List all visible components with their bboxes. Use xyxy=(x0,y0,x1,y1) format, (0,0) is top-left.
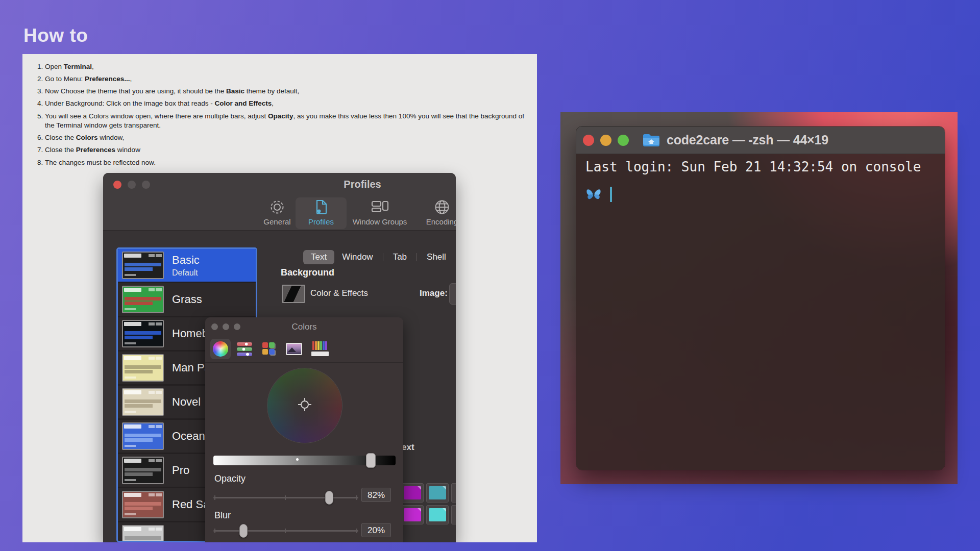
color-swatch[interactable] xyxy=(451,483,456,503)
image-well[interactable] xyxy=(449,283,456,305)
globe-icon xyxy=(416,197,456,217)
page-title: How to xyxy=(23,25,88,46)
opacity-knob[interactable] xyxy=(325,491,333,505)
close-button[interactable] xyxy=(211,323,218,330)
toolbar-label: General xyxy=(263,217,290,226)
theme-thumbnail xyxy=(122,422,164,450)
tab-tab[interactable]: Tab xyxy=(385,250,414,264)
theme-name: Grass xyxy=(172,293,202,306)
color-pencils-icon[interactable] xyxy=(311,341,329,357)
opacity-slider-track[interactable] xyxy=(213,497,358,498)
profile-tabs: Text Window Tab Shell xyxy=(303,249,454,265)
image-label: Image: xyxy=(420,288,448,298)
toolbar-label: Encoding xyxy=(426,217,456,226)
opacity-label: Opacity xyxy=(214,473,246,484)
theme-thumbnail xyxy=(122,388,164,416)
zoom-button[interactable] xyxy=(142,181,150,189)
step-item: Open Terminal, xyxy=(45,62,533,72)
step-item: Close the Preferences window xyxy=(45,145,533,155)
theme-row[interactable]: BasicDefault xyxy=(118,249,256,283)
color-wheel-icon[interactable] xyxy=(213,341,228,357)
color-sliders-icon[interactable] xyxy=(237,342,252,358)
theme-subtitle: Default xyxy=(172,268,200,278)
theme-thumbnail xyxy=(122,354,164,382)
tab-text[interactable]: Text xyxy=(303,250,334,264)
blur-value-field[interactable]: 20% xyxy=(361,523,391,537)
profile-document-icon xyxy=(296,197,347,217)
color-swatch[interactable] xyxy=(426,483,449,503)
divider xyxy=(205,362,403,363)
theme-thumbnail xyxy=(122,525,164,542)
window-groups-icon xyxy=(347,197,413,217)
terminal-cursor xyxy=(610,187,612,202)
step-item: Close the Colors window, xyxy=(45,133,533,143)
blur-slider-track[interactable] xyxy=(213,530,358,532)
terminal-body[interactable]: Last login: Sun Feb 21 14:32:54 on conso… xyxy=(576,154,945,470)
toolbar-item-profiles[interactable]: Profiles xyxy=(296,197,347,229)
zoom-button[interactable] xyxy=(618,135,629,146)
color-swatch[interactable] xyxy=(401,483,424,503)
slider-tick xyxy=(356,529,357,533)
zoom-button[interactable] xyxy=(234,323,240,330)
terminal-titlebar: code2care — -zsh — 44×19 xyxy=(576,127,945,154)
color-effects-label: Color & Effects xyxy=(310,288,368,298)
tab-divider xyxy=(383,253,383,261)
minimize-button[interactable] xyxy=(128,181,136,189)
tab-shell[interactable]: Shell xyxy=(419,250,454,264)
color-swatch[interactable] xyxy=(401,505,424,524)
tab-divider xyxy=(416,253,417,261)
steps-list: Open Terminal,Go to Menu: Preferences...… xyxy=(22,62,533,167)
profiles-titlebar: Profiles General Profiles xyxy=(103,173,456,231)
step-item: Under Background: Click on the image box… xyxy=(45,99,533,109)
gear-icon xyxy=(252,197,303,217)
theme-thumbnail xyxy=(122,320,164,347)
colors-window: Colors Opacity 82% Blur xyxy=(205,317,403,542)
toolbar-label: Profiles xyxy=(308,217,334,226)
slider-tick xyxy=(214,529,215,533)
theme-name: Novel xyxy=(172,395,201,409)
slider-tick xyxy=(285,495,286,500)
tutorial-panel: Open Terminal,Go to Menu: Preferences...… xyxy=(22,54,537,542)
minimize-button[interactable] xyxy=(223,323,229,330)
window-title: Colors xyxy=(291,322,316,332)
slider-tick xyxy=(214,495,215,500)
color-effects-well[interactable] xyxy=(282,285,305,303)
theme-name: Basic xyxy=(172,254,200,267)
butterfly-icon xyxy=(585,187,602,202)
background-heading: Background xyxy=(281,267,334,278)
crosshair-icon xyxy=(297,397,312,414)
tab-window[interactable]: Window xyxy=(334,250,380,264)
close-button[interactable] xyxy=(583,135,594,146)
window-title: Profiles xyxy=(344,179,381,190)
close-button[interactable] xyxy=(113,181,121,189)
toolbar-item-window-groups[interactable]: Window Groups xyxy=(347,197,413,229)
blur-label: Blur xyxy=(214,510,231,521)
step-item: The changes must be reflected now. xyxy=(45,158,533,168)
theme-thumbnail xyxy=(122,252,164,279)
slider-tick xyxy=(285,529,286,533)
toolbar-item-general[interactable]: General xyxy=(252,197,303,229)
theme-thumbnail xyxy=(122,457,164,484)
blur-knob[interactable] xyxy=(239,524,248,538)
slider-tick xyxy=(356,495,357,500)
toolbar-item-encoding[interactable]: Encoding xyxy=(416,197,456,229)
terminal-window: code2care — -zsh — 44×19 Last login: Sun… xyxy=(576,126,945,470)
theme-row[interactable]: Grass xyxy=(118,283,256,317)
step-item: Go to Menu: Preferences..., xyxy=(45,74,533,84)
theme-name: Ocean xyxy=(172,430,205,443)
terminal-title: code2care — -zsh — 44×19 xyxy=(667,133,828,147)
terminal-output-line: Last login: Sun Feb 21 14:32:54 on conso… xyxy=(585,159,936,174)
step-item: You will see a Colors window open, where… xyxy=(45,112,533,131)
theme-thumbnail xyxy=(122,491,164,518)
color-swatch[interactable] xyxy=(426,505,449,524)
brightness-knob[interactable] xyxy=(366,453,376,468)
color-swatch[interactable] xyxy=(451,505,456,524)
theme-thumbnail xyxy=(122,286,164,313)
toolbar-label: Window Groups xyxy=(353,217,407,226)
color-image-icon[interactable] xyxy=(286,343,302,355)
opacity-value-field[interactable]: 82% xyxy=(361,488,391,502)
brightness-marker xyxy=(296,458,299,461)
terminal-scene: code2care — -zsh — 44×19 Last login: Sun… xyxy=(560,112,958,484)
color-palette-icon[interactable] xyxy=(261,341,277,357)
minimize-button[interactable] xyxy=(600,135,611,146)
